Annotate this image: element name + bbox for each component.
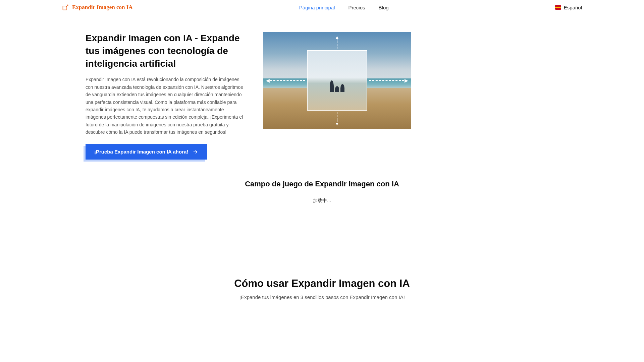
- logo-text: Expandir Imagen con IA: [72, 4, 133, 11]
- expand-right-icon: ▶: [405, 78, 408, 83]
- try-now-button[interactable]: ¡Prueba Expandir Imagen con IA ahora!: [86, 144, 207, 160]
- playground-section: Campo de juego de Expandir Imagen con IA…: [0, 173, 644, 271]
- howto-subtitle: ¡Expande tus imágenes en 3 sencillos pas…: [0, 294, 644, 300]
- original-image-frame: [307, 50, 367, 111]
- cta-label: ¡Prueba Expandir Imagen con IA ahora!: [94, 149, 188, 155]
- hero-title: Expandir Imagen con IA - Expande tus imá…: [86, 32, 243, 70]
- hero-description: Expandir Imagen con IA está revolucionan…: [86, 76, 243, 136]
- expand-left-icon: ◀: [266, 78, 270, 83]
- hero-demo-image: ▲ ▼ ◀ ▶: [263, 32, 411, 129]
- howto-title: Cómo usar Expandir Imagen con IA: [0, 278, 644, 290]
- nav-home[interactable]: Página principal: [299, 5, 335, 10]
- hero-image-wrapper: ▲ ▼ ◀ ▶: [263, 32, 411, 129]
- language-label: Español: [564, 5, 582, 10]
- playground-loading: 加载中...: [0, 198, 644, 204]
- arrow-right-icon: [192, 149, 198, 155]
- spain-flag-icon: [555, 5, 561, 10]
- expand-up-icon: ▲: [335, 35, 339, 40]
- playground-title: Campo de juego de Expandir Imagen con IA: [0, 180, 644, 188]
- howto-section: Cómo usar Expandir Imagen con IA ¡Expand…: [0, 271, 644, 307]
- nav-pricing[interactable]: Precios: [348, 5, 365, 10]
- logo-link[interactable]: Expandir Imagen con IA: [62, 4, 133, 11]
- site-header: Expandir Imagen con IA Página principal …: [0, 0, 644, 15]
- expand-logo-icon: [62, 4, 69, 11]
- nav-blog[interactable]: Blog: [379, 5, 389, 10]
- language-selector[interactable]: Español: [555, 5, 582, 10]
- hero-content: Expandir Imagen con IA - Expande tus imá…: [86, 32, 243, 160]
- expand-down-icon: ▼: [335, 121, 339, 126]
- hero-section: Expandir Imagen con IA - Expande tus imá…: [0, 15, 644, 173]
- main-nav: Página principal Precios Blog: [299, 5, 389, 10]
